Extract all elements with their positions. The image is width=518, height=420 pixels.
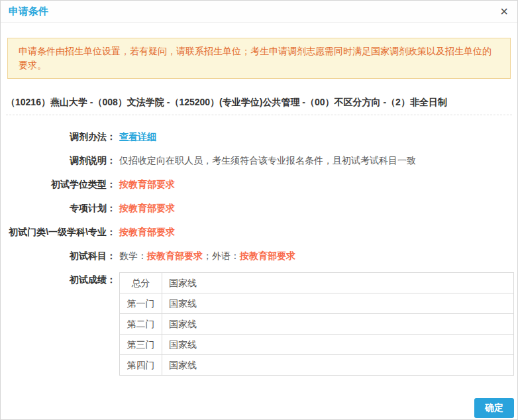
row-label: 调剂说明： xyxy=(7,153,116,168)
row-value: 仅招收定向在职人员，考生须符合该专业报名条件，且初试考试科目一致 xyxy=(119,153,416,168)
scores-table: 总分 国家线 第一门 国家线 第二门 国家线 第三门 国家线 xyxy=(119,272,514,376)
row-exam-scores: 初试成绩： 总分 国家线 第一门 国家线 第二门 国家线 xyxy=(1,272,517,376)
row-label: 专项计划： xyxy=(7,201,116,215)
score-subject-cell: 第三门 xyxy=(120,335,162,355)
foreign-value: 按教育部要求 xyxy=(240,250,295,261)
table-row: 第二门 国家线 xyxy=(120,314,514,335)
view-details-link[interactable]: 查看详细 xyxy=(119,131,156,142)
confirm-button[interactable]: 确定 xyxy=(474,398,514,418)
close-icon[interactable]: × xyxy=(500,5,508,18)
table-row: 总分 国家线 xyxy=(120,273,514,293)
score-value-cell: 国家线 xyxy=(162,335,514,355)
score-value-cell: 国家线 xyxy=(162,273,514,293)
modal-title: 申请条件 xyxy=(9,5,48,18)
program-info: （10216）燕山大学 -（008）文法学院 -（125200）(专业学位)公共… xyxy=(6,95,512,109)
divider xyxy=(6,115,512,115)
row-value: 按教育部要求 xyxy=(119,177,175,191)
row-degree-type: 初试学位类型： 按教育部要求 xyxy=(1,177,517,191)
row-value: 按教育部要求 xyxy=(119,225,175,239)
row-adjustment-note: 调剂说明： 仅招收定向在职人员，考生须符合该专业报名条件，且初试考试科目一致 xyxy=(1,153,517,168)
row-exam-subjects: 初试科目： 数学：按教育部要求；外语：按教育部要求 xyxy=(1,248,517,263)
score-subject-cell: 第二门 xyxy=(120,314,162,335)
row-special-plan: 专项计划： 按教育部要求 xyxy=(1,201,517,215)
row-adjustment-method: 调剂办法： 查看详细 xyxy=(1,129,517,144)
row-label: 调剂办法： xyxy=(7,129,116,144)
row-label: 初试学位类型： xyxy=(7,177,116,191)
application-conditions-modal: 申请条件 × 申请条件由招生单位设置，若有疑问，请联系招生单位；考生申请调剂志愿… xyxy=(0,0,518,420)
math-label: 数学： xyxy=(119,250,147,261)
score-subject-cell: 第一门 xyxy=(120,293,162,314)
row-label: 初试科目： xyxy=(7,248,116,263)
math-value: 按教育部要求 xyxy=(147,250,203,261)
table-row: 第一门 国家线 xyxy=(120,293,514,314)
row-discipline: 初试门类\一级学科\专业： 按教育部要求 xyxy=(1,225,517,239)
notice-banner: 申请条件由招生单位设置，若有疑问，请联系招生单位；考生申请调剂志愿需同时满足国家… xyxy=(7,38,511,79)
detail-rows: 调剂办法： 查看详细 调剂说明： 仅招收定向在职人员，考生须符合该专业报名条件，… xyxy=(1,129,517,376)
score-value-cell: 国家线 xyxy=(162,293,514,314)
modal-header: 申请条件 × xyxy=(1,1,517,23)
score-value-cell: 国家线 xyxy=(162,355,514,376)
row-label: 初试成绩： xyxy=(7,272,116,287)
foreign-label: 外语： xyxy=(212,250,240,261)
score-subject-cell: 第四门 xyxy=(120,355,162,376)
modal-footer: 确定 xyxy=(1,398,517,418)
score-value-cell: 国家线 xyxy=(162,314,514,335)
separator: ； xyxy=(203,250,212,261)
table-row: 第四门 国家线 xyxy=(120,355,514,376)
table-row: 第三门 国家线 xyxy=(120,335,514,355)
row-value: 按教育部要求 xyxy=(119,201,175,215)
row-label: 初试门类\一级学科\专业： xyxy=(7,225,116,239)
score-subject-cell: 总分 xyxy=(120,273,162,293)
